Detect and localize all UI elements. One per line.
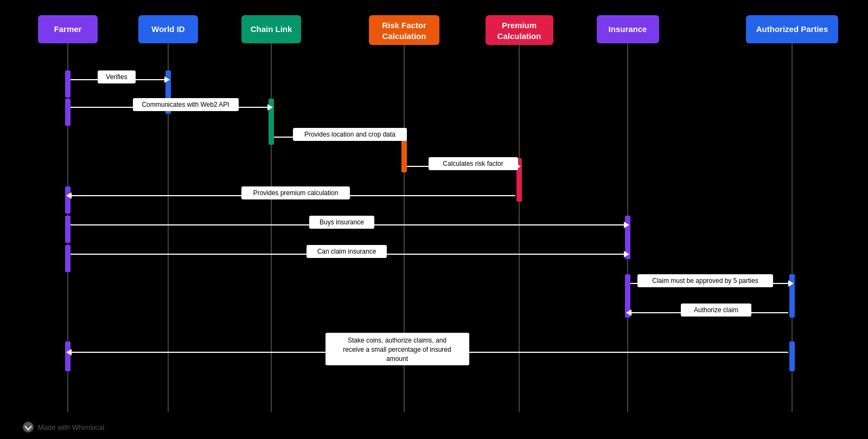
- svg-text:Calculates risk factor: Calculates risk factor: [443, 160, 503, 167]
- svg-marker-58: [624, 222, 629, 228]
- svg-rect-26: [269, 99, 274, 145]
- diagram-svg: Farmer World ID Chain Link Risk Factor C…: [0, 0, 868, 439]
- svg-rect-39: [98, 70, 136, 83]
- svg-rect-25: [65, 99, 71, 126]
- svg-rect-43: [133, 98, 239, 111]
- svg-text:Authorized Parties: Authorized Parties: [756, 24, 828, 34]
- svg-rect-59: [309, 216, 374, 229]
- svg-rect-71: [681, 304, 751, 317]
- svg-rect-12: [597, 15, 659, 43]
- svg-marker-70: [626, 309, 631, 316]
- svg-rect-6: [369, 15, 439, 45]
- svg-text:Communicates with Web2 API: Communicates with Web2 API: [142, 101, 229, 108]
- svg-marker-54: [66, 192, 72, 199]
- svg-text:Can claim insurance: Can claim insurance: [317, 248, 376, 255]
- svg-text:amount: amount: [386, 355, 409, 363]
- svg-rect-4: [241, 15, 301, 43]
- svg-rect-14: [746, 15, 838, 43]
- svg-rect-2: [138, 15, 198, 43]
- svg-rect-33: [625, 274, 630, 318]
- svg-marker-74: [66, 349, 72, 356]
- svg-rect-0: [38, 15, 98, 43]
- svg-rect-75: [326, 333, 469, 365]
- svg-text:receive a small percentage of : receive a small percentage of insured: [343, 346, 451, 353]
- svg-text:Chain Link: Chain Link: [251, 24, 292, 34]
- svg-text:Farmer: Farmer: [54, 24, 82, 34]
- svg-text:Stake coins, authorize claims,: Stake coins, authorize claims, and: [348, 337, 446, 344]
- svg-rect-51: [429, 157, 518, 170]
- svg-rect-31: [625, 216, 630, 259]
- svg-text:Claim must be approved by 5 pa: Claim must be approved by 5 parties: [652, 277, 758, 285]
- svg-rect-32: [65, 245, 71, 272]
- svg-text:Insurance: Insurance: [609, 24, 647, 34]
- svg-text:Provides premium calculation: Provides premium calculation: [253, 189, 339, 197]
- svg-rect-24: [165, 70, 171, 114]
- svg-text:World ID: World ID: [151, 24, 185, 34]
- svg-text:Calculation: Calculation: [497, 31, 541, 41]
- svg-rect-35: [789, 341, 795, 371]
- svg-point-79: [23, 422, 34, 432]
- svg-marker-46: [400, 134, 406, 140]
- svg-rect-27: [401, 129, 407, 172]
- svg-text:Verifies: Verifies: [106, 73, 127, 81]
- svg-text:Premium: Premium: [502, 21, 537, 30]
- svg-rect-30: [65, 216, 71, 243]
- svg-rect-67: [637, 274, 773, 287]
- svg-text:Authorize claim: Authorize claim: [694, 306, 738, 314]
- diagram-container: Farmer World ID Chain Link Risk Factor C…: [0, 0, 868, 439]
- svg-marker-38: [164, 76, 170, 83]
- svg-rect-34: [789, 274, 795, 318]
- svg-rect-29: [65, 186, 71, 214]
- svg-text:Buys insurance: Buys insurance: [320, 218, 364, 226]
- svg-rect-63: [307, 245, 387, 258]
- svg-text:Calculation: Calculation: [382, 31, 426, 41]
- svg-text:Made with  Whimsical: Made with Whimsical: [38, 423, 104, 431]
- svg-marker-50: [515, 163, 521, 170]
- svg-rect-28: [516, 158, 522, 202]
- svg-text:Provides location and crop dat: Provides location and crop data: [304, 131, 395, 138]
- svg-rect-9: [486, 15, 553, 45]
- svg-rect-55: [241, 186, 350, 199]
- svg-marker-66: [788, 280, 794, 287]
- svg-rect-23: [65, 70, 71, 98]
- svg-marker-62: [624, 251, 629, 257]
- svg-rect-36: [65, 341, 71, 371]
- svg-rect-47: [293, 128, 407, 141]
- svg-text:Risk Factor: Risk Factor: [382, 21, 426, 30]
- svg-marker-42: [267, 104, 273, 111]
